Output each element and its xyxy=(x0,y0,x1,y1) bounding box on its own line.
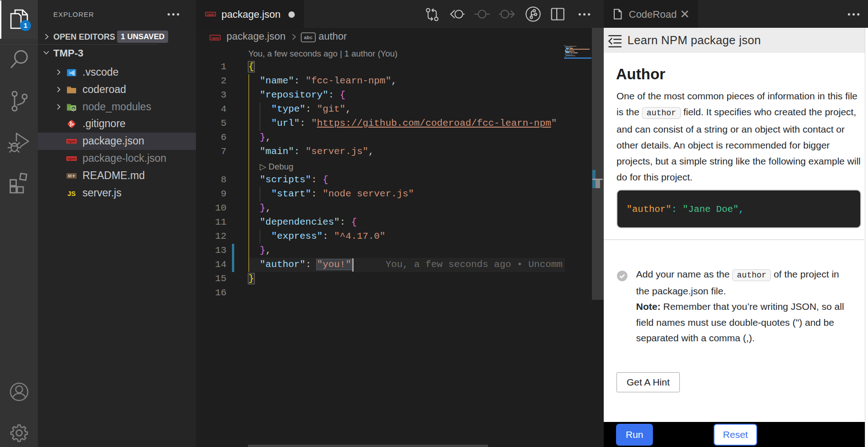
svg-text:abc: abc xyxy=(304,35,313,41)
svg-text:npm: npm xyxy=(67,156,76,161)
svg-text:js: js xyxy=(72,107,75,111)
svg-text:JS: JS xyxy=(67,190,76,197)
svg-text:M: M xyxy=(68,173,72,178)
svg-text:npm: npm xyxy=(211,36,219,40)
svg-text:npm: npm xyxy=(207,12,214,16)
svg-text:npm: npm xyxy=(67,139,76,144)
